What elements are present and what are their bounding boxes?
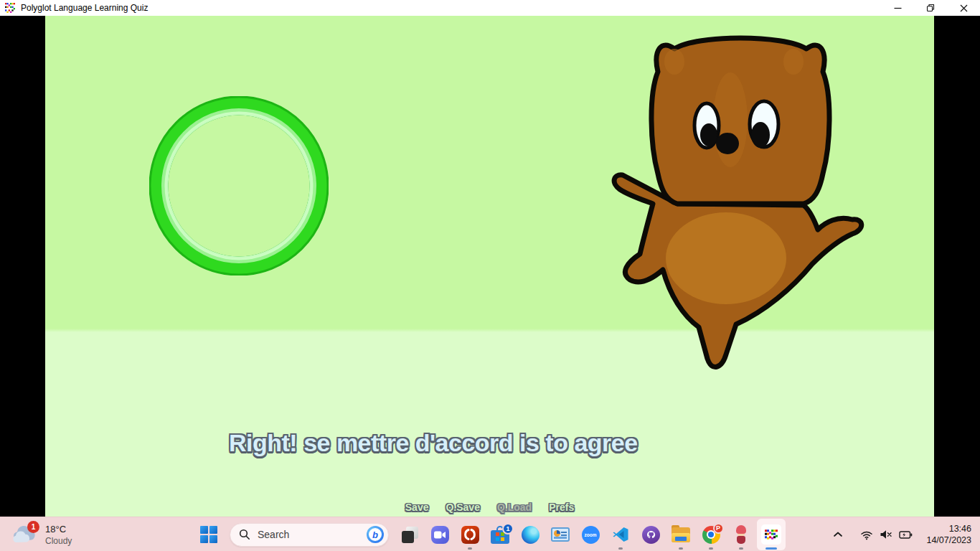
running-indicator [709,547,713,550]
anime-character-icon [735,525,748,544]
app-icon [5,3,15,13]
camtasia-app-button[interactable] [456,519,484,550]
zoom-icon: zoom [582,526,600,544]
chrome-profile-badge: P [713,523,724,534]
search-icon [239,529,250,540]
window-title: Polyglot Language Learning Quiz [21,3,148,13]
cloud-icon: 1 [10,522,39,547]
weather-condition: Cloudy [45,536,72,546]
edge-browser-button[interactable] [516,519,545,550]
vscode-button[interactable] [606,519,635,550]
save-button[interactable]: Save [405,501,429,513]
zoom-app-button[interactable]: zoom [576,519,605,550]
window-controls [881,0,980,16]
chrome-button[interactable]: P [697,519,725,550]
quick-menu: Save Q.Save Q.Load Prefs [45,501,934,513]
store-notification-badge: 1 [502,523,514,534]
restore-icon [926,4,935,12]
prefs-button[interactable]: Prefs [549,501,574,513]
restore-button[interactable] [914,0,947,16]
task-view-icon [401,526,419,544]
close-icon [960,4,968,12]
edge-icon [522,526,540,544]
active-app-indicator [765,547,777,550]
clock-date: 14/07/2023 [926,534,971,546]
chat-app-button[interactable] [425,519,454,550]
microsoft-store-icon: 1 [491,526,509,544]
taskbar: 1 18°C Cloudy b [0,517,980,551]
clock-time: 13:46 [926,523,971,534]
battery-icon [899,530,913,540]
tray-overflow-button[interactable] [829,520,847,549]
windows-logo-icon [200,526,217,543]
taskbar-search[interactable]: b [230,523,389,547]
game-window: Right! se mettre d'accord is to agree Sa… [0,16,980,517]
weather-widget[interactable]: 1 18°C Cloudy [4,517,77,551]
dialogue-text: Right! se mettre d'accord is to agree [229,429,638,457]
anime-app-button[interactable] [727,519,755,550]
start-button[interactable] [194,519,223,550]
task-view-button[interactable] [395,519,424,550]
search-input[interactable] [258,529,351,540]
screen-capture-icon [551,527,570,542]
green-ring [149,96,329,276]
running-indicator [739,547,743,550]
volume-muted-icon [880,529,892,540]
polyglot-quiz-app-button[interactable] [757,519,786,550]
chevron-up-icon [833,530,843,539]
camtasia-icon [461,526,479,544]
video-chat-icon [431,526,449,544]
github-icon [642,526,660,544]
window-titlebar: Polyglot Language Learning Quiz [0,0,980,16]
close-button[interactable] [947,0,980,16]
clock-widget[interactable]: 13:46 14/07/2023 [922,520,980,550]
running-indicator [679,547,683,550]
weather-alert-badge: 1 [27,521,39,533]
quick-load-button[interactable]: Q.Load [497,501,532,513]
wifi-icon [860,529,873,540]
screen-capture-app-button[interactable] [546,519,575,550]
file-explorer-icon [672,527,690,542]
quiz-mascot-character [611,30,873,371]
chrome-icon: P [702,526,720,544]
polyglot-quiz-icon [761,524,781,545]
vscode-icon [612,526,629,543]
running-indicator [618,547,623,550]
system-tray: 13:46 14/07/2023 [829,517,980,551]
weather-temperature: 18°C [45,524,72,534]
github-desktop-button[interactable] [636,519,665,550]
file-explorer-button[interactable] [666,519,695,550]
taskbar-center: b [194,517,786,551]
microsoft-store-button[interactable]: 1 [486,519,514,550]
minimize-icon [894,4,902,12]
running-indicator [468,547,472,550]
quick-save-button[interactable]: Q.Save [446,501,479,513]
game-stage[interactable]: Right! se mettre d'accord is to agree Sa… [45,16,934,517]
minimize-button[interactable] [881,0,914,16]
network-volume-battery-button[interactable] [857,520,916,549]
bing-chat-icon[interactable]: b [367,526,384,543]
